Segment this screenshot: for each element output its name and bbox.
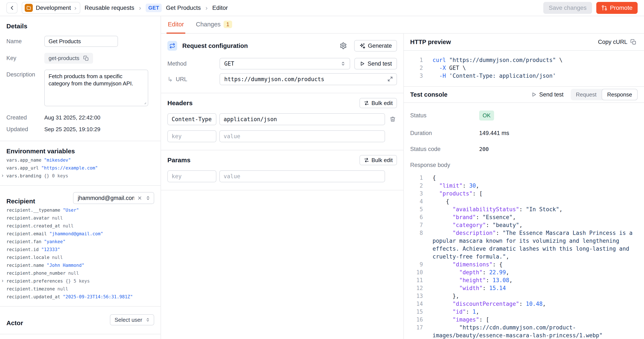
tab-editor[interactable]: Editor — [166, 16, 185, 34]
variable-value: null — [58, 286, 68, 292]
code-line: 15 "id": 1, — [410, 308, 638, 316]
code-line: 6 "brand": "Essence", — [410, 213, 638, 221]
code-line: 4 { — [410, 198, 638, 206]
request-response-toggle: Request Response — [571, 89, 638, 100]
header-key-input[interactable] — [168, 130, 216, 142]
code-line: 14 "discountPercentage": 10.48, — [410, 300, 638, 308]
back-button[interactable] — [6, 2, 18, 14]
actor-select[interactable]: Select user — [110, 314, 154, 325]
settings-gear-icon[interactable] — [338, 42, 348, 50]
line-number: 4 — [410, 198, 423, 206]
description-label: Description — [6, 71, 44, 78]
duration-value: 149.441 ms — [479, 130, 509, 136]
breadcrumb-request[interactable]: Get Products — [166, 4, 200, 11]
method-select[interactable]: GET — [220, 58, 350, 70]
variable-key: recipient.avatar — [6, 216, 50, 220]
test-console-body: Status OK Duration 149.441 ms Status cod… — [404, 110, 644, 168]
param-key-input[interactable] — [168, 170, 216, 182]
variable-value: "yankee" — [44, 239, 66, 244]
header-value-input[interactable] — [219, 113, 385, 125]
chevrons-up-down-icon — [145, 317, 150, 322]
variable-value: "2025-09-23T14:56:31.981Z" — [63, 294, 133, 300]
line-number: 17 — [410, 324, 423, 332]
save-changes-button[interactable]: Save changes — [543, 2, 592, 14]
promote-button[interactable]: Promote — [596, 2, 638, 14]
variable-value: "mikesdev" — [44, 158, 71, 163]
copy-icon[interactable] — [83, 56, 89, 61]
recipient-selected-value: jhammond@gmail.com — [78, 195, 134, 202]
variable-key: recipient.name — [6, 263, 44, 268]
expand-chevron-icon[interactable]: › — [2, 278, 4, 283]
code-line: 8 "description": "The Essence Mascara La… — [410, 229, 638, 261]
recipient-section: Recipient jhammond@gmail.com recipient._… — [0, 191, 160, 307]
url-label: URL — [176, 76, 187, 82]
name-label: Name — [6, 38, 44, 45]
delete-header-button[interactable] — [388, 116, 397, 123]
variable-row: recipient.localenull — [6, 255, 154, 260]
generate-button[interactable]: Generate — [354, 40, 397, 52]
params-bulk-edit-button[interactable]: Bulk edit — [360, 155, 397, 165]
app-window: Development › Reusable requests › GET Ge… — [0, 0, 644, 339]
variable-row: recipient.timezonenull — [6, 286, 154, 292]
code-line: 2 "limit": 30, — [410, 182, 638, 190]
headers-bulk-edit-button[interactable]: Bulk edit — [360, 98, 397, 108]
actor-section: Actor Select user — [0, 313, 160, 334]
header-key-input[interactable] — [168, 113, 216, 125]
clear-icon[interactable] — [137, 196, 142, 200]
line-number: 3 — [410, 72, 423, 80]
variable-key: recipient.phone_number — [6, 271, 66, 276]
code-line: 16 "images": [ — [410, 316, 638, 324]
copy-icon — [630, 39, 636, 45]
description-textarea[interactable]: Fetch products from a specific category … — [44, 70, 148, 106]
git-promote-icon — [602, 5, 607, 11]
updated-value: Sep 25 2025, 19:10:29 — [44, 126, 100, 133]
actor-heading: Actor — [6, 320, 23, 327]
expand-icon[interactable] — [387, 76, 393, 82]
param-value-input[interactable] — [219, 170, 385, 182]
request-tab-button[interactable]: Request — [571, 89, 602, 100]
variable-value: "User" — [63, 208, 79, 213]
variable-row: recipient.name"John Hammond" — [6, 263, 154, 268]
swap-arrows-icon — [364, 157, 369, 163]
variable-row: recipient.__typename"User" — [6, 208, 154, 213]
tab-changes[interactable]: Changes 1 — [195, 16, 234, 34]
curl-preview-code: 1curl "https://dummyjson.com/products" \… — [404, 51, 644, 87]
variable-value: null — [52, 255, 63, 260]
variable-key: vars.branding — [6, 173, 41, 178]
breadcrumb-page: Editor — [212, 4, 228, 11]
variable-key: recipient.updated_at — [6, 294, 60, 300]
line-number: 13 — [410, 292, 423, 300]
console-send-test-button[interactable]: Send test — [530, 91, 565, 98]
status-code-label: Status code — [410, 146, 479, 152]
name-input[interactable] — [44, 36, 118, 47]
url-input[interactable] — [220, 73, 397, 85]
variable-row: recipient.email"jhammond@gmail.com" — [6, 231, 154, 236]
breadcrumb-section[interactable]: Reusable requests — [84, 4, 134, 11]
expand-chevron-icon[interactable]: › — [2, 173, 4, 178]
variable-value: null — [68, 271, 79, 276]
project-name: Development — [36, 4, 71, 11]
project-switcher[interactable]: Development › — [22, 2, 80, 14]
code-line: 3 "products": [ — [410, 190, 638, 198]
copy-curl-button[interactable]: Copy cURL — [597, 38, 638, 46]
header-value-input[interactable] — [219, 130, 385, 142]
variable-key: recipient.fan — [6, 239, 41, 244]
variable-key: recipient.timezone — [6, 286, 55, 292]
variable-key: recipient.email — [6, 231, 47, 236]
variable-key: recipient.id — [6, 247, 39, 252]
variable-row: ›recipient.preferences{} 5 keys — [6, 278, 154, 284]
test-console-heading: Test console — [410, 91, 448, 98]
send-test-button[interactable]: Send test — [354, 58, 397, 70]
variable-row: recipient.updated_at"2025-09-23T14:56:31… — [6, 294, 154, 300]
line-number: 12 — [410, 284, 423, 292]
param-row-empty — [168, 170, 397, 182]
code-line: 2 -X GET \ — [410, 64, 638, 72]
recipient-select[interactable]: jhammond@gmail.com — [73, 192, 154, 204]
details-section: Details Name Key get-products Descripti — [0, 22, 160, 141]
method-badge: GET — [146, 4, 162, 12]
sparkles-icon — [359, 43, 365, 49]
chevron-right-icon: › — [74, 4, 77, 12]
line-number: 5 — [410, 206, 423, 213]
response-tab-button[interactable]: Response — [602, 89, 638, 100]
variable-row: recipient.avatarnull — [6, 216, 154, 220]
